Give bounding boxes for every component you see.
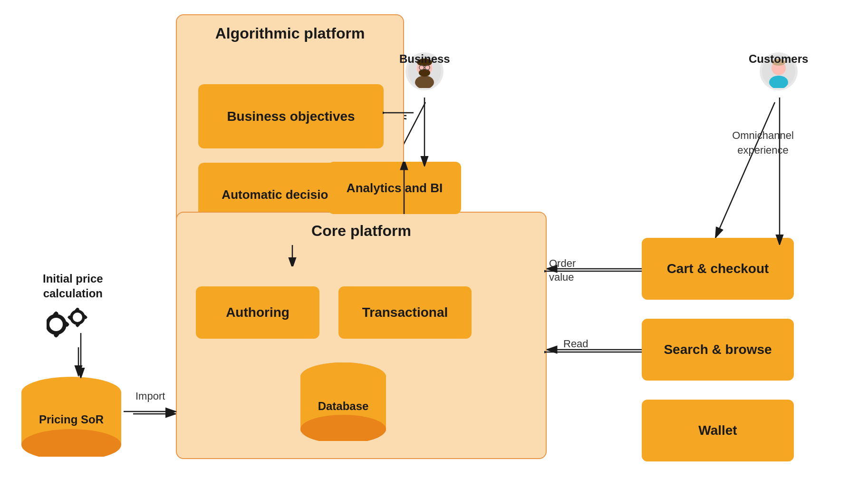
business-objectives-label: Business objectives bbox=[227, 109, 355, 124]
customers-down-arrow bbox=[770, 98, 789, 245]
svg-line-7 bbox=[715, 102, 775, 238]
svg-point-22 bbox=[21, 377, 121, 408]
order-value-label: Ordervalue bbox=[549, 257, 576, 284]
authoring-label: Authoring bbox=[226, 305, 289, 320]
svg-point-28 bbox=[419, 69, 430, 77]
import-label: Import bbox=[135, 390, 165, 402]
authoring-box: Authoring bbox=[196, 286, 319, 339]
svg-text:Pricing SoR: Pricing SoR bbox=[39, 413, 104, 426]
initial-price-label: Initial pricecalculation bbox=[43, 271, 103, 301]
svg-point-18 bbox=[300, 362, 386, 391]
biz-down-arrow bbox=[413, 98, 436, 167]
core-platform-container: Core platform Authoring Transactional bbox=[176, 212, 547, 459]
pricing-sor-cylinder: Pricing SoR bbox=[17, 376, 126, 457]
omnichannel-label: Omnichannelexperience bbox=[727, 128, 799, 158]
analytics-up-arrow bbox=[390, 162, 418, 214]
search-browse-label: Search & browse bbox=[664, 342, 772, 357]
core-platform-title: Core platform bbox=[177, 222, 546, 240]
wallet-label: Wallet bbox=[698, 423, 737, 438]
gear-to-sor-arrow bbox=[67, 333, 95, 378]
business-to-obj-arrow bbox=[383, 107, 416, 119]
automatic-decisions-label: Automatic decisions bbox=[222, 187, 342, 202]
search-to-core-arrow bbox=[544, 345, 646, 359]
business-label: Business bbox=[399, 52, 450, 66]
business-objectives-box: Business objectives bbox=[198, 84, 384, 148]
transactional-label: Transactional bbox=[362, 305, 448, 320]
customers-label: Customers bbox=[749, 52, 808, 66]
read-label: Read bbox=[563, 338, 588, 350]
diagram: Algorithmic platform Business objectives… bbox=[0, 0, 868, 480]
transactional-box: Transactional bbox=[338, 286, 472, 339]
svg-text:Database: Database bbox=[318, 400, 369, 412]
algorithmic-platform-title: Algorithmic platform bbox=[177, 25, 403, 42]
svg-point-47 bbox=[73, 313, 82, 322]
search-browse-box: Search & browse bbox=[642, 319, 794, 381]
cart-checkout-label: Cart & checkout bbox=[667, 261, 769, 276]
import-arrow bbox=[124, 402, 181, 421]
database-cylinder: Database bbox=[296, 360, 391, 441]
svg-point-37 bbox=[49, 318, 63, 331]
wallet-box: Wallet bbox=[642, 400, 794, 461]
algo-to-core-arrow bbox=[283, 245, 302, 266]
cart-checkout-box: Cart & checkout bbox=[642, 238, 794, 300]
